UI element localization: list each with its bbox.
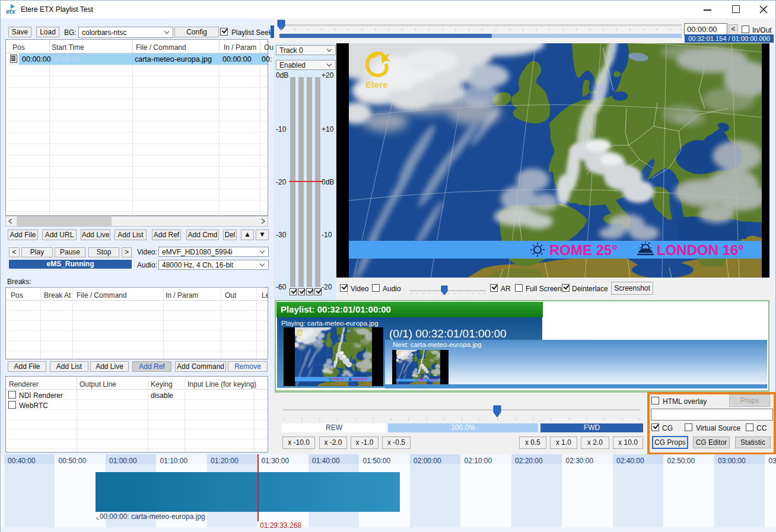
svg-text:etx: etx bbox=[6, 8, 16, 15]
